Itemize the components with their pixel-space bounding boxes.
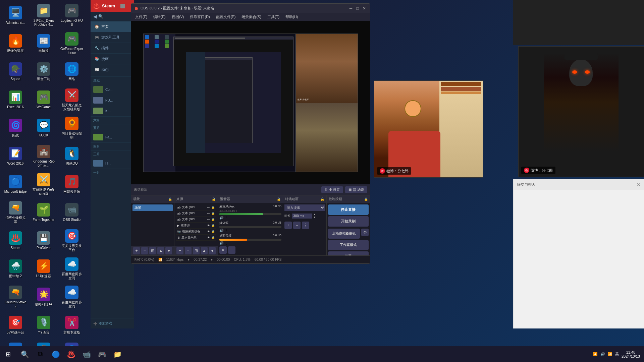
transition-more-btn[interactable]: ⋮	[302, 222, 309, 229]
desktop-icon-edge[interactable]: 🔵 Microsoft Edge	[3, 172, 28, 197]
desktop-icon-news[interactable]: 📰 电脑报	[31, 31, 56, 56]
obs-menu-dock[interactable]: 停靠窗口(D)	[187, 14, 212, 20]
desktop-icon-yy[interactable]: 🎙️ YY语音	[31, 312, 56, 338]
steam-nav-games[interactable]: 🎮 游戏和工具	[91, 32, 134, 43]
mixer-mic-mute-btn[interactable]: 🔊	[219, 216, 223, 220]
taskbar-steam-btn[interactable]: ♨️	[64, 347, 78, 362]
desktop-icon-uuacc[interactable]: ⚡ UU加速器	[31, 256, 56, 282]
desktop-icon-wanjie[interactable]: 🎯 完美世界竞技平台	[59, 228, 85, 253]
desktop-icon-obs[interactable]: 📹 OBS Studio	[59, 200, 85, 225]
obs-minimize-btn[interactable]: ─	[348, 5, 354, 11]
transition-del-btn[interactable]: −	[293, 222, 301, 229]
desktop-icon-neteasemusic[interactable]: 🎵 网易云音乐	[59, 172, 85, 197]
obs-close-btn[interactable]: ✕	[361, 5, 367, 11]
steam-game-item-hi[interactable]: Hi...	[91, 158, 134, 169]
mixer-media-mute-btn[interactable]: 🔊	[219, 229, 223, 232]
steam-game-item-pu[interactable]: PU...	[91, 95, 134, 106]
source-text-2[interactable]: ab 文本 (GDI+ ✏ 🔒	[176, 210, 216, 217]
transition-duration-input[interactable]	[292, 214, 312, 219]
desktop-icon-qq[interactable]: 🐧 腾讯QQ	[59, 143, 85, 169]
taskbar-edge-btn[interactable]: 🔵	[48, 347, 63, 362]
taskbar-folder-btn[interactable]: 📁	[110, 347, 125, 362]
desktop-icon-kingdoms[interactable]: 🏰 Kingdoms Reborn 王...	[31, 143, 56, 169]
obs-settings-filter-btn[interactable]: ⚙ ⚙ 设置	[321, 186, 343, 193]
source-display[interactable]: 🖥 显示器采集 👁 🔒	[176, 235, 216, 241]
desktop-icon-prodriver[interactable]: 💾 ProDriver	[31, 228, 56, 253]
virtual-cam-settings-btn[interactable]: ⚙	[361, 229, 369, 236]
sources-down-btn[interactable]: ▼	[209, 247, 216, 254]
source-eye-video[interactable]: 👁	[207, 230, 210, 233]
steam-nav-plugins[interactable]: 🔧 插件	[91, 43, 134, 54]
desktop-icon-wegame[interactable]: 🎮 WeGame	[31, 87, 56, 113]
mixer-desktop-settings-btn[interactable]: ⋮	[225, 241, 228, 245]
transition-add-btn[interactable]: +	[284, 222, 292, 229]
mixer-more-btn[interactable]: ⋮	[228, 246, 235, 254]
desktop-icon-squad[interactable]: 🪖 Squad	[3, 59, 28, 84]
obs-menu-tools[interactable]: 工具(T)	[265, 14, 282, 20]
steam-game-item-ki[interactable]: Ki...	[91, 106, 134, 116]
start-button[interactable]: ⊞	[0, 346, 16, 362]
tray-network-icon[interactable]: 📶	[608, 352, 612, 356]
obs-menu-view[interactable]: 视图(V)	[169, 14, 187, 20]
desktop-icon-kook[interactable]: 💬 KOOK	[31, 115, 56, 141]
source-text-3[interactable]: ab 文本 (GDI+ ✏ 🔒	[176, 217, 216, 223]
source-media[interactable]: ▶ 媒体源 👁 🔒	[176, 223, 216, 229]
mixer-desktop-mute-btn[interactable]: 🔊	[219, 241, 223, 245]
transition-type-select[interactable]: 淡入淡出	[284, 204, 325, 211]
desktop-icon-baidupan[interactable]: ☁️ 百度网盘同步 空间	[59, 284, 85, 310]
taskbar-obs-btn[interactable]: 📹	[79, 347, 94, 362]
obs-menu-scenes[interactable]: 场景集合(S)	[239, 14, 264, 20]
desktop-icon-lol[interactable]: ⚔️ 英雄联盟 WeGame版	[31, 172, 56, 197]
source-video[interactable]: 📷 视频采集设备 👁 🔒	[176, 229, 216, 235]
steam-nav-news[interactable]: 📰 动态	[91, 64, 134, 75]
sources-up-btn[interactable]: ▲	[201, 247, 208, 254]
obs-menu-profile[interactable]: 配置文件(P)	[213, 14, 238, 20]
tray-up-arrow-icon[interactable]: 🔼	[593, 352, 598, 356]
steam-back-btn[interactable]: ◀	[93, 14, 97, 19]
desktop-icon-farmtogether[interactable]: 🌱 Farm Together	[31, 200, 56, 225]
desktop-icon-sunflower[interactable]: 🌻 向日葵远程控制	[59, 115, 85, 141]
sources-add-btn[interactable]: +	[176, 247, 183, 254]
source-edit-2[interactable]: ✏	[207, 212, 210, 215]
steam-game-item-co[interactable]: Co...	[91, 84, 134, 95]
start-record-btn[interactable]: 开始录制	[328, 216, 369, 227]
scene-item-main[interactable]: 场景	[132, 204, 173, 211]
desktop-icon-jianying[interactable]: ✂️ 剪映专业版	[59, 312, 85, 338]
desktop-icon-rain[interactable]: 🌧️ 雨中续 2	[3, 256, 28, 282]
source-eye-display[interactable]: 👁	[207, 236, 210, 239]
source-text-1[interactable]: ab 文本 (GDI+ ✏ 🔒	[176, 204, 216, 210]
desktop-icon-admin[interactable]: 🖥️ Administrat...	[3, 3, 28, 28]
desktop-icon-heijin[interactable]: ⚙️ 黑金工坊	[31, 59, 56, 84]
steam-minimize[interactable]	[120, 4, 125, 8]
obs-menu-file[interactable]: 文件(F)	[132, 14, 150, 20]
scene-filter-btn[interactable]: ⊞	[149, 247, 156, 254]
scene-down-btn[interactable]: ▼	[165, 247, 172, 254]
obs-maximize-btn[interactable]: □	[355, 5, 361, 11]
scene-del-btn[interactable]: −	[141, 247, 148, 254]
desktop-icon-wangyi[interactable]: 🔥 燃烧的远征	[3, 31, 28, 56]
desktop-icon-5v5[interactable]: 🎯 5V对战平台	[3, 312, 28, 338]
obs-menu-help[interactable]: 帮助(H)	[283, 14, 301, 20]
desktop-icon-logitech[interactable]: 🎮 Logitech G HUB	[59, 3, 85, 28]
stop-stream-btn[interactable]: 停止直播	[328, 204, 369, 215]
steam-close[interactable]	[126, 4, 131, 8]
desktop-icon-2jin[interactable]: 📁 2进2出_Dyna ProDrive 4...	[31, 3, 56, 28]
source-eye-media[interactable]: 👁	[207, 224, 210, 227]
desktop-icon-geforce[interactable]: 🎮 GeForce Experience	[59, 31, 85, 56]
desktop-icon-baidu[interactable]: ☁️ 百度网盘同步 空间	[59, 256, 85, 282]
tray-lang-label[interactable]: 英	[615, 352, 619, 357]
steam-add-game[interactable]: ➕ 添加游戏	[91, 318, 134, 328]
work-mode-btn[interactable]: 工作室模式	[328, 240, 369, 250]
desktop-icon-ff14[interactable]: 🌟 最终幻想14	[31, 284, 56, 310]
virtual-cam-btn[interactable]: 启动虚拟摄像机	[328, 229, 360, 239]
mixer-config-btn[interactable]: ⚙	[219, 246, 227, 254]
desktop-icon-excel[interactable]: 📊 Excel 2016	[3, 87, 28, 113]
desktop-icon-huizhan[interactable]: 🌀 回战	[3, 115, 28, 141]
source-edit-3[interactable]: ✏	[207, 218, 210, 221]
sources-filter-btn[interactable]: ⊞	[193, 247, 200, 254]
duration-down-btn[interactable]: ▼	[313, 216, 316, 219]
mixer-media-settings-btn[interactable]: ⋮	[225, 229, 228, 232]
taskbar-clock[interactable]: 11:48 2024/10/13	[622, 350, 640, 358]
settings-btn[interactable]: 设置	[328, 251, 369, 255]
taskbar-taskview-btn[interactable]: ⧉	[33, 347, 48, 362]
